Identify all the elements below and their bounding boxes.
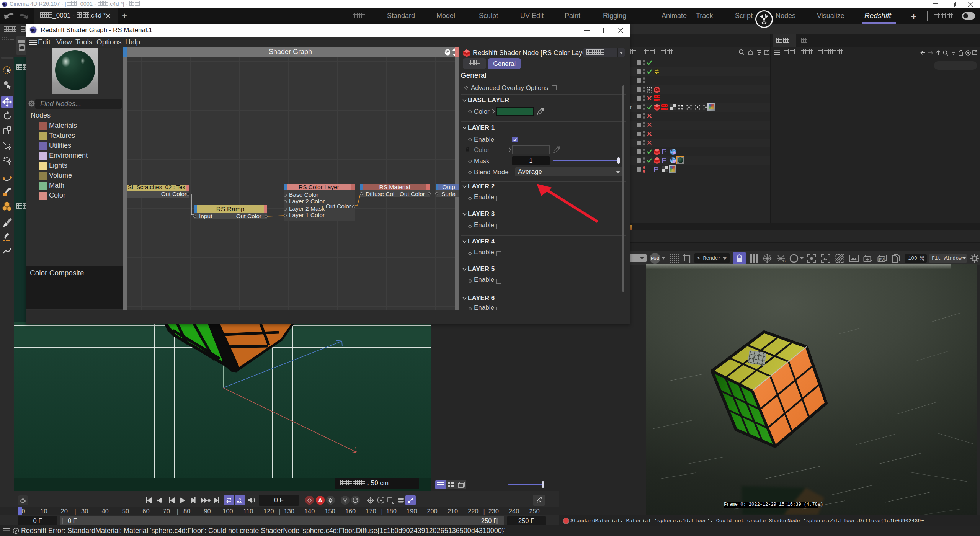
svg-text:A: A bbox=[238, 497, 241, 501]
svg-text:PV: PV bbox=[879, 257, 884, 261]
svg-text:G: G bbox=[783, 259, 786, 263]
